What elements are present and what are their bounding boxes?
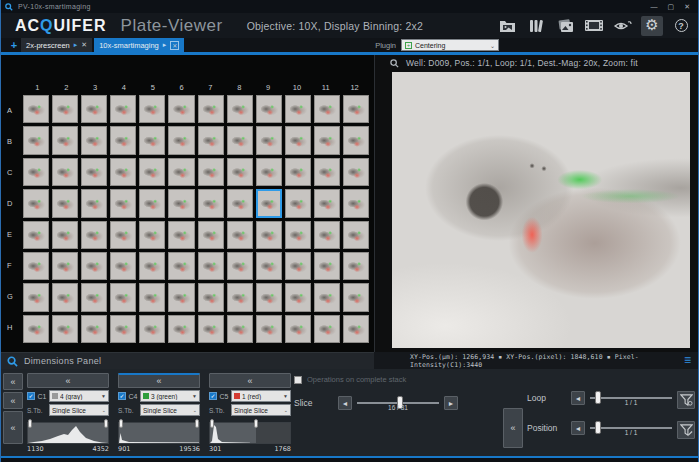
tab-10x-smartimaging[interactable]: 10x-smartimaging ▸ ✕: [94, 38, 184, 52]
maximize-button[interactable]: ▢: [668, 0, 675, 13]
well-thumbnail-C7[interactable]: [198, 158, 224, 186]
well-thumbnail-F6[interactable]: [168, 252, 194, 280]
well-thumbnail-G2[interactable]: [52, 283, 78, 311]
loop-prev-button[interactable]: ◄: [571, 391, 585, 405]
well-thumbnail-A2[interactable]: [52, 95, 78, 123]
well-thumbnail-C2[interactable]: [52, 158, 78, 186]
well-thumbnail-H8[interactable]: [227, 315, 253, 343]
well-thumbnail-G7[interactable]: [198, 283, 224, 311]
slice-slider[interactable]: 16 / 31: [357, 396, 439, 410]
close-button[interactable]: ✕: [684, 0, 690, 13]
well-thumbnail-D4[interactable]: [110, 189, 136, 217]
well-thumbnail-D3[interactable]: [81, 189, 107, 217]
well-thumbnail-B10[interactable]: [285, 126, 311, 154]
well-thumbnail-D6[interactable]: [168, 189, 194, 217]
well-thumbnail-D12[interactable]: [343, 189, 369, 217]
well-thumbnail-A8[interactable]: [227, 95, 253, 123]
well-thumbnail-G4[interactable]: [110, 283, 136, 311]
slice-next-button[interactable]: ►: [444, 396, 458, 410]
well-thumbnail-C8[interactable]: [227, 158, 253, 186]
well-thumbnail-B4[interactable]: [110, 126, 136, 154]
add-tab-button[interactable]: +: [7, 38, 21, 52]
histogram-min-handle[interactable]: [28, 419, 32, 428]
slice-prev-button[interactable]: ◄: [338, 396, 352, 410]
well-thumbnail-G11[interactable]: [314, 283, 340, 311]
well-thumbnail-H12[interactable]: [343, 315, 369, 343]
well-thumbnail-D11[interactable]: [314, 189, 340, 217]
well-thumbnail-F10[interactable]: [285, 252, 311, 280]
well-thumbnail-B3[interactable]: [81, 126, 107, 154]
position-prev-button[interactable]: ◄: [571, 421, 585, 435]
well-thumbnail-E4[interactable]: [110, 221, 136, 249]
well-thumbnail-E8[interactable]: [227, 221, 253, 249]
channel-enabled-checkbox[interactable]: ✓: [209, 392, 217, 400]
well-thumbnail-G6[interactable]: [168, 283, 194, 311]
well-thumbnail-G9[interactable]: [256, 283, 282, 311]
movie-icon[interactable]: [583, 16, 605, 36]
well-thumbnail-E1[interactable]: [23, 221, 49, 249]
tab-close-icon[interactable]: ✕: [170, 41, 179, 50]
well-thumbnail-F12[interactable]: [343, 252, 369, 280]
tab-menu-arrow-icon[interactable]: ▸: [163, 41, 167, 49]
well-image[interactable]: [392, 72, 690, 348]
well-thumbnail-A1[interactable]: [23, 95, 49, 123]
well-thumbnail-E12[interactable]: [343, 221, 369, 249]
histogram[interactable]: [209, 422, 291, 444]
histogram-max-handle[interactable]: [254, 419, 258, 428]
histogram-min-handle[interactable]: [119, 419, 123, 428]
well-thumbnail-F9[interactable]: [256, 252, 282, 280]
lut-select[interactable]: 4 (gray) ▼: [49, 390, 109, 402]
well-thumbnail-B7[interactable]: [198, 126, 224, 154]
well-thumbnail-H9[interactable]: [256, 315, 282, 343]
well-thumbnail-E9[interactable]: [256, 221, 282, 249]
well-thumbnail-C9[interactable]: [256, 158, 282, 186]
well-thumbnail-H5[interactable]: [139, 315, 165, 343]
slice-mode-select[interactable]: Single Slice ⌄: [231, 404, 291, 416]
well-thumbnail-H4[interactable]: [110, 315, 136, 343]
open-dataset-icon[interactable]: [496, 16, 518, 36]
well-thumbnail-B12[interactable]: [343, 126, 369, 154]
histogram[interactable]: [118, 422, 200, 444]
tab-menu-arrow-icon[interactable]: ▸: [74, 41, 78, 49]
tab-2x-prescreen[interactable]: 2x-prescreen ▸ ✕: [21, 38, 92, 52]
well-thumbnail-B6[interactable]: [168, 126, 194, 154]
well-thumbnail-A5[interactable]: [139, 95, 165, 123]
well-thumbnail-C6[interactable]: [168, 158, 194, 186]
well-thumbnail-G12[interactable]: [343, 283, 369, 311]
well-thumbnail-G5[interactable]: [139, 283, 165, 311]
well-thumbnail-E6[interactable]: [168, 221, 194, 249]
well-thumbnail-C3[interactable]: [81, 158, 107, 186]
loop-slider[interactable]: 1 / 1: [590, 391, 672, 405]
well-thumbnail-A4[interactable]: [110, 95, 136, 123]
position-filter-icon[interactable]: [677, 421, 695, 439]
histogram-min-handle[interactable]: [210, 419, 214, 428]
well-thumbnail-F5[interactable]: [139, 252, 165, 280]
well-thumbnail-E5[interactable]: [139, 221, 165, 249]
well-thumbnail-B1[interactable]: [23, 126, 49, 154]
settings-gear-icon[interactable]: ⚙: [641, 16, 663, 36]
well-thumbnail-G8[interactable]: [227, 283, 253, 311]
well-thumbnail-F3[interactable]: [81, 252, 107, 280]
well-thumbnail-E3[interactable]: [81, 221, 107, 249]
lut-select[interactable]: 1 (red) ▼: [231, 390, 291, 402]
plugin-select[interactable]: + Centering ⌄: [401, 39, 499, 51]
well-thumbnail-H3[interactable]: [81, 315, 107, 343]
well-thumbnail-A9[interactable]: [256, 95, 282, 123]
well-thumbnail-B5[interactable]: [139, 126, 165, 154]
well-thumbnail-A6[interactable]: [168, 95, 194, 123]
histogram[interactable]: [27, 422, 109, 444]
well-thumbnail-G3[interactable]: [81, 283, 107, 311]
well-thumbnail-A12[interactable]: [343, 95, 369, 123]
well-thumbnail-C11[interactable]: [314, 158, 340, 186]
well-thumbnail-F8[interactable]: [227, 252, 253, 280]
well-thumbnail-E11[interactable]: [314, 221, 340, 249]
collapse-channel-button[interactable]: «: [209, 373, 291, 388]
collapse-channel-button[interactable]: «: [118, 373, 200, 388]
well-thumbnail-E7[interactable]: [198, 221, 224, 249]
well-thumbnail-C5[interactable]: [139, 158, 165, 186]
well-thumbnail-F4[interactable]: [110, 252, 136, 280]
channel-enabled-checkbox[interactable]: ✓: [118, 392, 126, 400]
well-thumbnail-C1[interactable]: [23, 158, 49, 186]
preview-eye-icon[interactable]: [612, 16, 634, 36]
well-thumbnail-E2[interactable]: [52, 221, 78, 249]
